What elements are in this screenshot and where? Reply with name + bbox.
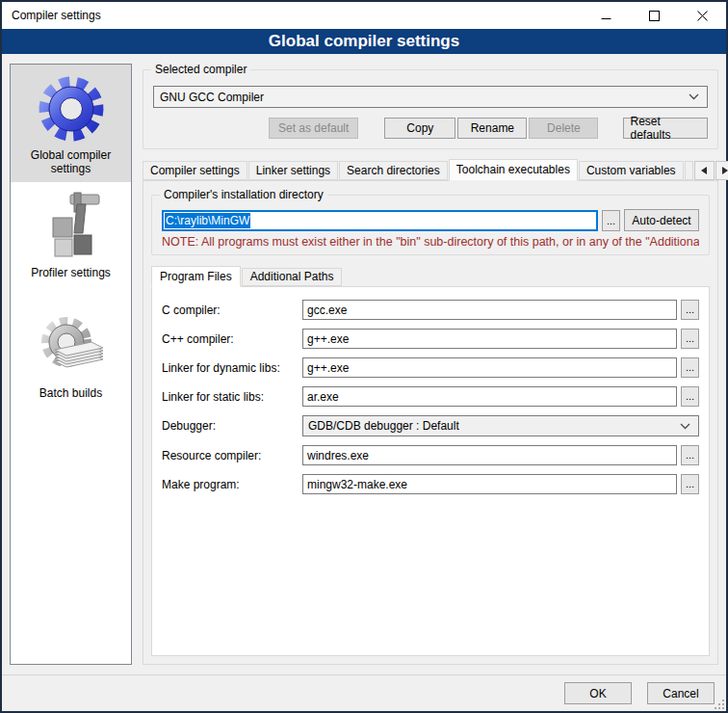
- installation-directory-selected-text: C:\raylib\MinGW: [165, 213, 250, 228]
- tab-scroll-right-button[interactable]: [715, 161, 728, 180]
- selected-compiler-dropdown[interactable]: GNU GCC Compiler: [153, 86, 708, 108]
- rename-button[interactable]: Rename: [457, 118, 527, 139]
- cancel-button[interactable]: Cancel: [647, 682, 715, 704]
- program-files-tabs: Program Files Additional Paths: [151, 266, 710, 286]
- form-row-linker-static: Linker for static libs: ...: [162, 386, 699, 407]
- tab-build-options[interactable]: Build options: [685, 161, 693, 180]
- titlebar: Compiler settings: [2, 2, 726, 29]
- make-program-browse-button[interactable]: ...: [681, 474, 699, 494]
- tab-scroll-left-button[interactable]: [694, 161, 715, 180]
- debugger-value: GDB/CDB debugger : Default: [308, 419, 680, 433]
- cpp-compiler-browse-button[interactable]: ...: [681, 329, 699, 349]
- toolchain-executables-page: Compiler's installation directory C:\ray…: [143, 180, 718, 665]
- tab-compiler-settings[interactable]: Compiler settings: [143, 161, 247, 180]
- compiler-actions: Set as default Copy Rename Delete Reset …: [153, 118, 708, 139]
- maximize-button[interactable]: [630, 2, 678, 29]
- auto-detect-button[interactable]: Auto-detect: [624, 209, 699, 231]
- linker-static-input[interactable]: [302, 386, 677, 407]
- selected-compiler-group: Selected compiler GNU GCC Compiler Set a…: [143, 69, 718, 149]
- selected-compiler-value: GNU GCC Compiler: [160, 91, 689, 104]
- linker-static-label: Linker for static libs:: [162, 390, 302, 404]
- program-files-panel: C compiler: ... C++ compiler: ... Linker…: [151, 286, 710, 656]
- form-row-cpp-compiler: C++ compiler: ...: [162, 329, 699, 349]
- c-compiler-label: C compiler:: [162, 304, 302, 317]
- subtab-additional-paths[interactable]: Additional Paths: [242, 268, 343, 286]
- main-area: Selected compiler GNU GCC Compiler Set a…: [143, 64, 718, 665]
- dialog-header: Global compiler settings: [2, 29, 726, 54]
- gray-gear-papers-icon: [35, 310, 108, 383]
- set-as-default-button: Set as default: [269, 118, 358, 139]
- installation-directory-group-label: Compiler's installation directory: [160, 188, 327, 201]
- debugger-dropdown[interactable]: GDB/CDB debugger : Default: [302, 415, 699, 436]
- settings-tabs: Compiler settings Linker settings Search…: [143, 159, 718, 180]
- sidebar-item-global-compiler-settings[interactable]: Global compiler settings: [11, 65, 131, 182]
- cpp-compiler-label: C++ compiler:: [162, 332, 302, 346]
- chevron-down-icon: [680, 423, 690, 430]
- close-icon: [697, 11, 708, 21]
- linker-dynamic-label: Linker for dynamic libs:: [162, 361, 302, 375]
- chevron-down-icon: [689, 93, 699, 100]
- cpp-compiler-input[interactable]: [302, 329, 677, 349]
- compiler-settings-dialog: Compiler settings Global compiler settin…: [0, 0, 728, 713]
- tab-search-directories[interactable]: Search directories: [339, 161, 448, 180]
- reset-defaults-button[interactable]: Reset defaults: [623, 118, 708, 139]
- tab-toolchain-executables[interactable]: Toolchain executables: [449, 159, 578, 181]
- form-row-resource-compiler: Resource compiler: ...: [162, 445, 699, 465]
- make-program-label: Make program:: [162, 478, 302, 491]
- tab-custom-variables[interactable]: Custom variables: [579, 161, 684, 180]
- installation-directory-input[interactable]: C:\raylib\MinGW: [162, 210, 598, 231]
- dialog-footer: OK Cancel: [2, 674, 726, 711]
- linker-dynamic-input[interactable]: [302, 357, 677, 378]
- page-title: Global compiler settings: [269, 32, 459, 51]
- ok-button[interactable]: OK: [564, 682, 632, 704]
- sidebar-item-profiler-settings[interactable]: Profiler settings: [11, 182, 131, 285]
- form-row-make-program: Make program: ...: [162, 474, 699, 494]
- subtab-program-files[interactable]: Program Files: [151, 266, 241, 287]
- resize-grip[interactable]: [713, 698, 725, 710]
- installation-directory-group: Compiler's installation directory C:\ray…: [151, 195, 710, 255]
- close-button[interactable]: [678, 2, 726, 29]
- debugger-label: Debugger:: [162, 419, 302, 433]
- window-title: Compiler settings: [2, 9, 582, 22]
- delete-button: Delete: [529, 118, 598, 139]
- resource-compiler-browse-button[interactable]: ...: [681, 445, 699, 465]
- form-row-linker-dynamic: Linker for dynamic libs: ...: [162, 357, 699, 378]
- make-program-input[interactable]: [302, 474, 677, 494]
- sidebar-item-label: Profiler settings: [31, 266, 111, 279]
- arrow-left-icon: [701, 167, 707, 174]
- arrow-right-icon: [722, 167, 728, 174]
- form-row-debugger: Debugger: GDB/CDB debugger : Default: [162, 415, 699, 436]
- settings-category-list: Global compiler settings Profiler settin…: [10, 64, 132, 665]
- sidebar-item-batch-builds[interactable]: Batch builds: [11, 303, 131, 406]
- dialog-body: Global compiler settings Profiler settin…: [2, 54, 726, 674]
- minimize-button[interactable]: [582, 2, 630, 29]
- resource-compiler-label: Resource compiler:: [162, 449, 302, 462]
- tab-scroll-arrows: [694, 161, 728, 180]
- copy-button[interactable]: Copy: [384, 118, 455, 139]
- form-row-c-compiler: C compiler: ...: [162, 300, 699, 320]
- linker-static-browse-button[interactable]: ...: [681, 386, 699, 407]
- sidebar-item-label: Global compiler settings: [14, 148, 127, 176]
- resource-compiler-input[interactable]: [302, 445, 677, 465]
- linker-dynamic-browse-button[interactable]: ...: [681, 357, 699, 378]
- c-compiler-browse-button[interactable]: ...: [681, 300, 699, 320]
- blue-gear-icon: [35, 72, 108, 145]
- caliper-blocks-icon: [35, 190, 108, 263]
- sidebar-item-label: Batch builds: [39, 386, 102, 400]
- bin-subdirectory-note: NOTE: All programs must exist either in …: [162, 235, 699, 249]
- maximize-icon: [649, 11, 660, 21]
- tab-linker-settings[interactable]: Linker settings: [248, 161, 338, 180]
- selected-compiler-group-label: Selected compiler: [151, 63, 250, 76]
- installation-directory-browse-button[interactable]: ...: [602, 210, 620, 231]
- c-compiler-input[interactable]: [302, 300, 677, 320]
- minimize-icon: [601, 11, 611, 21]
- installation-directory-row: C:\raylib\MinGW ... Auto-detect: [162, 209, 699, 231]
